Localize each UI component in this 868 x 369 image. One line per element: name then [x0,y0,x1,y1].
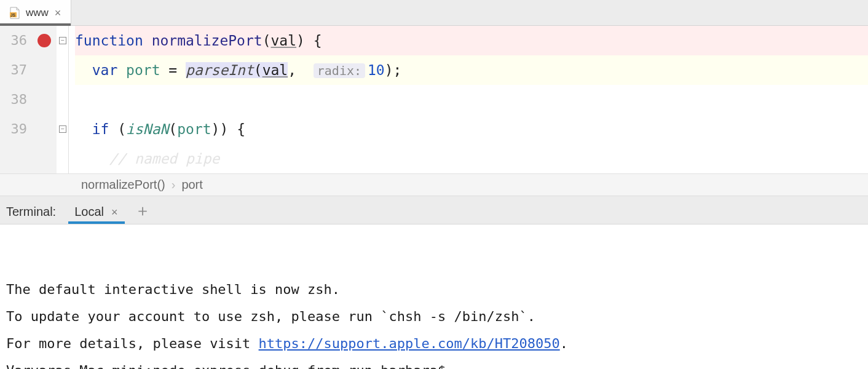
parameter-hint: radix: [314,63,365,78]
js-file-icon: JS [9,7,21,19]
terminal-output[interactable]: The default interactive shell is now zsh… [0,224,868,369]
terminal-line: To update your account to use zsh, pleas… [6,303,862,330]
fold-gutter: − − [57,26,69,173]
terminal-panel-title: Terminal: [6,205,56,224]
breadcrumb-item[interactable]: normalizePort() [81,178,165,192]
code-line[interactable] [75,85,868,114]
terminal-tab-local[interactable]: Local × [71,200,122,224]
close-icon[interactable]: × [53,7,63,18]
fold-toggle-icon[interactable]: − [59,125,66,133]
line-number: 39 [2,114,27,144]
code-line[interactable]: function normalizePort(val) { [75,26,868,55]
breakpoint-marker[interactable] [37,34,51,47]
chevron-right-icon: › [172,178,176,192]
svg-text:JS: JS [10,12,16,17]
terminal-panel-header: Terminal: Local × ＋ [0,196,868,224]
code-area[interactable]: function normalizePort(val) { var port =… [69,26,868,173]
terminal-line: The default interactive shell is now zsh… [6,276,862,303]
code-breadcrumb[interactable]: normalizePort() › port [0,173,868,196]
terminal-line: For more details, please visit https://s… [6,330,862,357]
line-number: 36 [2,26,27,55]
breadcrumb-item[interactable]: port [181,178,202,192]
terminal-link[interactable]: https://support.apple.com/kb/HT208050 [259,336,560,351]
fold-toggle-icon[interactable]: − [59,37,66,44]
code-editor[interactable]: 36 37 38 39 − − function normalizePort(v… [0,26,868,173]
add-terminal-tab-button[interactable]: ＋ [122,200,158,224]
breakpoint-gutter[interactable] [32,26,57,173]
editor-tab-label: www [26,7,49,19]
code-line-partial: // named pipe [75,144,868,173]
line-number-gutter: 36 37 38 39 [0,26,32,173]
close-icon[interactable]: × [110,207,119,218]
terminal-tab-label: Local [74,205,104,219]
editor-tab-bar: JS www × [0,0,868,26]
code-line[interactable]: var port = parseInt(val, radix:10); [75,55,868,85]
code-line[interactable]: if (isNaN(port)) { [75,114,868,144]
terminal-line: Varvaras-Mac-mini:node_express_debug_fro… [6,357,862,369]
editor-tab-www[interactable]: JS www × [0,0,71,25]
line-number: 38 [2,85,27,114]
line-number: 37 [2,55,27,85]
